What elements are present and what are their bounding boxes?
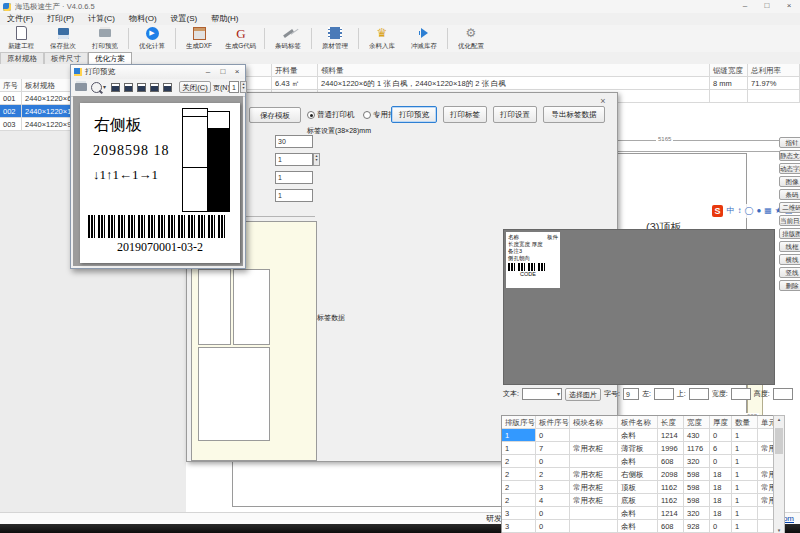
toolbar-button-优化计算[interactable]: ▶优化计算 [131, 25, 173, 52]
pick-image-button[interactable]: 选择图片 [565, 388, 601, 401]
toolbar-button-保存批次[interactable]: 保存批次 [42, 25, 84, 52]
label-table-cell: 常用衣柜 [570, 481, 618, 494]
menu-item-0[interactable]: 文件(F) [0, 13, 40, 25]
side-field-2-spinner[interactable]: ▴▾ [313, 153, 320, 166]
printer-normal-radio[interactable]: 普通打印机 [307, 110, 355, 120]
table-row[interactable]: 22常用衣柜右侧板2098598181常用衣柜否 [502, 468, 775, 481]
template-code-field[interactable]: CODE [508, 271, 548, 278]
tool-button-动态字段[interactable]: 动态字段 [779, 163, 800, 174]
toolbar-button-原材管理[interactable]: 原材管理 [314, 25, 356, 52]
preview-close-window-button[interactable]: 关闭(C) [179, 81, 211, 93]
side-field-3[interactable]: 1 [275, 171, 313, 184]
preview-close-button[interactable]: × [230, 66, 244, 78]
table-row[interactable]: 24常用衣柜底板1162598181常用衣柜否 [502, 494, 775, 507]
tool-button-删除[interactable]: 删除 [779, 280, 800, 291]
label-table-cell: 底板 [618, 494, 658, 507]
print-settings-button[interactable]: 打印设置 [493, 106, 537, 123]
maximize-button[interactable]: □ [756, 0, 778, 13]
label-table-cell: 0 [536, 455, 570, 468]
print-preview-button[interactable]: 打印预览 [391, 106, 437, 123]
tool-button-排版图[interactable]: 排版图 [779, 228, 800, 239]
toolbar-button-生成DXF[interactable]: 生成DXF [178, 25, 220, 52]
width-field[interactable] [731, 388, 751, 400]
template-dims-field[interactable]: 长度宽度 厚度 [508, 241, 558, 248]
left-field[interactable] [654, 388, 674, 400]
minimize-button[interactable]: – [734, 0, 756, 13]
tool-button-静态文本[interactable]: 静态文本 [779, 150, 800, 161]
summary-cell: 锯缝宽度 [710, 64, 748, 77]
ime-icon-4[interactable]: ▦ [764, 205, 772, 217]
tool-button-条码[interactable]: 条码 [779, 189, 800, 200]
side-field-1[interactable]: 30 [275, 135, 313, 148]
menu-item-1[interactable]: 打印(P) [40, 13, 81, 25]
table-row[interactable]: 17常用衣柜薄背板1996117661常用衣柜否 [502, 442, 775, 455]
table-row[interactable]: 30余料1214320181否 [502, 507, 775, 520]
label-table-cell: 顶板 [618, 481, 658, 494]
tool-button-二维码[interactable]: 二维码 [779, 202, 800, 213]
page-mode-button-5[interactable] [163, 83, 172, 92]
tool-button-线框[interactable]: 线框 [779, 241, 800, 252]
page-mode-button-2[interactable] [124, 83, 133, 92]
toolbar-button-优化配置[interactable]: ⚙优化配置 [450, 25, 492, 52]
top-field[interactable] [689, 388, 709, 400]
side-field-2[interactable]: 1 [275, 153, 313, 166]
table-vertical-scrollbar[interactable]: ▴▾ [773, 415, 785, 533]
toolbar-label: 打印预览 [92, 41, 118, 50]
text-dropdown[interactable]: ▾ [522, 388, 562, 400]
table-row[interactable]: 30余料60892801否 [502, 520, 775, 533]
label-table-cell: 3 [536, 481, 570, 494]
tab-原材规格[interactable]: 原材规格 [0, 52, 44, 64]
zoom-icon[interactable] [91, 82, 102, 93]
table-row[interactable]: 10余料121443001否 [502, 429, 775, 442]
template-name-field[interactable]: 名称 [508, 234, 519, 241]
dialog-close-icon[interactable]: × [597, 96, 609, 106]
table-row[interactable]: 23常用衣柜顶板1162598181常用衣柜否 [502, 481, 775, 494]
tool-button-指针[interactable]: 指针 [779, 137, 800, 148]
ime-icon-3[interactable]: ● [756, 205, 761, 217]
preview-minimize-button[interactable]: – [201, 66, 215, 78]
page-mode-button-1[interactable] [111, 83, 120, 92]
tab-优化方案[interactable]: 优化方案 [88, 52, 132, 64]
menu-item-5[interactable]: 帮助(H) [204, 13, 245, 25]
toolbar-button-条码标签[interactable]: 条码标签 [267, 25, 309, 52]
template-part-field[interactable]: 板件 [547, 234, 558, 241]
page-mode-button-4[interactable] [150, 83, 159, 92]
page-number-spinner[interactable]: ▴▾ [240, 81, 247, 93]
close-button[interactable]: × [778, 0, 800, 13]
toolbar-button-打印预览[interactable]: 打印预览 [84, 25, 126, 52]
height-field[interactable] [773, 388, 793, 400]
chevron-down-icon[interactable]: ▾ [103, 83, 106, 90]
tab-板件尺寸[interactable]: 板件尺寸 [44, 52, 88, 64]
label-design-canvas[interactable]: 名称 板件 长度宽度 厚度 备注3 侧孔朝向 CODE [503, 229, 775, 385]
export-label-data-button[interactable]: 导出标签数据 [543, 106, 605, 123]
side-field-4[interactable]: 1 [275, 189, 313, 202]
ime-icon-1[interactable]: ↕ [738, 205, 742, 217]
ime-icon-2[interactable]: ◯ [745, 205, 754, 217]
label-template[interactable]: 名称 板件 长度宽度 厚度 备注3 侧孔朝向 CODE [506, 232, 560, 288]
menu-item-4[interactable]: 设置(S) [164, 13, 205, 25]
page-number-field[interactable]: 1 [229, 81, 239, 93]
menu-item-2[interactable]: 计算(C) [81, 13, 122, 25]
toolbar-button-生成G代码[interactable]: G生成G代码 [220, 25, 262, 52]
print-label-button[interactable]: 打印标签 [443, 106, 487, 123]
menu-item-3[interactable]: 物料(O) [122, 13, 164, 25]
print-icon[interactable] [75, 83, 87, 91]
tool-button-竖线[interactable]: 竖线 [779, 267, 800, 278]
save-template-button[interactable]: 保存模板 [249, 107, 301, 123]
tool-button-当前日期[interactable]: 当前日期 [779, 215, 800, 226]
preview-maximize-button[interactable]: □ [216, 66, 230, 78]
template-note-field[interactable]: 备注3 [508, 248, 558, 255]
tool-button-横线[interactable]: 横线 [779, 254, 800, 265]
ime-logo-icon[interactable]: S [712, 205, 723, 217]
tool-button-图像[interactable]: 图像 [779, 176, 800, 187]
toolbar-button-新建工程[interactable]: 新建工程 [0, 25, 42, 52]
page-mode-button-3[interactable] [137, 83, 146, 92]
toolbar-button-冲减库存[interactable]: 冲减库存 [403, 25, 445, 52]
toolbar-button-余料入库[interactable]: ♛余料入库 [361, 25, 403, 52]
font-size-field[interactable]: 9 [623, 388, 639, 400]
table-row[interactable]: 20余料60832001否 [502, 455, 775, 468]
template-hole-field[interactable]: 侧孔朝向 [508, 255, 558, 262]
scroll-thumb[interactable] [775, 428, 783, 454]
template-barcode[interactable] [508, 263, 548, 271]
ime-icon-0[interactable]: 中 [727, 205, 735, 217]
